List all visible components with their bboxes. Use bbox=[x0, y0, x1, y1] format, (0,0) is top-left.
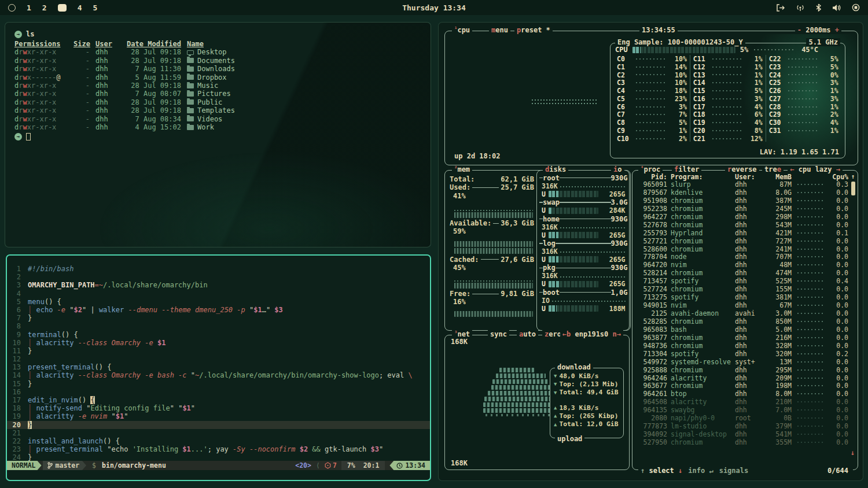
cpu-box-title[interactable]: ¹cpu bbox=[452, 26, 472, 34]
workspace-1[interactable]: 1 bbox=[27, 3, 31, 12]
diagnostics-count[interactable]: 7 bbox=[325, 461, 337, 470]
code-line[interactable]: 20} bbox=[7, 421, 430, 429]
process-row[interactable]: 527678chromiumdhh543M0.0 bbox=[637, 221, 848, 229]
code-line[interactable]: 4 bbox=[7, 290, 430, 298]
workspace-5[interactable]: 5 bbox=[93, 3, 97, 12]
process-row[interactable]: 951908chromiumdhh387M0.0 bbox=[637, 197, 848, 205]
process-row[interactable]: 964261btopdhh8.0M0.0 bbox=[637, 390, 848, 398]
code-line[interactable]: 2 bbox=[7, 273, 430, 281]
io-mode-button[interactable]: io bbox=[611, 165, 624, 173]
scrollbar-thumb[interactable] bbox=[851, 182, 855, 195]
process-row[interactable]: 528214chromiumdhh474M0.0 bbox=[637, 269, 848, 277]
code-line[interactable]: 21 bbox=[7, 429, 430, 437]
net-sync-button[interactable]: sync bbox=[488, 330, 509, 338]
btop-monitor-window[interactable]: ¹cpu menu preset * 13:34:55 - 2000ms + u… bbox=[438, 22, 863, 481]
info-hint[interactable]: info ↵ bbox=[688, 467, 713, 475]
sort-column-switcher[interactable]: ← cpu lazy → bbox=[788, 165, 843, 173]
process-row[interactable]: 964720nvimdhh48M0.0 bbox=[637, 261, 848, 269]
update-interval-control[interactable]: - 2000ms + bbox=[795, 26, 841, 34]
tree-button[interactable]: tree bbox=[762, 165, 784, 173]
diagnostic-icon bbox=[325, 462, 331, 469]
nvim-editor-window[interactable]: 1#!/bin/bash23OMARCHY_BIN_PATH=~/.local/… bbox=[6, 254, 431, 481]
code-line[interactable]: 12 bbox=[7, 355, 430, 363]
network-icon[interactable] bbox=[796, 4, 805, 12]
process-row[interactable]: 527724chromiumdhh155M0.0 bbox=[637, 285, 848, 293]
process-row[interactable]: 527721chromiumdhh727M0.0 bbox=[637, 237, 848, 245]
process-row[interactable]: 963677chromiumdhh198M0.0 bbox=[637, 382, 848, 390]
process-row[interactable]: 949015nvimdhh67M0.0 bbox=[637, 301, 848, 309]
code-line[interactable]: 22install_and_launch() { bbox=[7, 437, 430, 445]
git-branch-segment[interactable]: master bbox=[43, 461, 87, 470]
code-line[interactable]: 8 bbox=[7, 322, 430, 330]
code-line[interactable]: 15} bbox=[7, 380, 430, 388]
process-row[interactable]: 964135swaybgdhh7.0M0.0 bbox=[637, 406, 848, 414]
process-row[interactable]: 965091slurpdhh87M0.3 bbox=[637, 180, 848, 188]
signals-hint[interactable]: signals bbox=[719, 467, 749, 475]
code-line[interactable]: 11} bbox=[7, 347, 430, 355]
process-row[interactable]: 527950chromiumdhh355M0.0 bbox=[637, 438, 848, 446]
process-row[interactable]: 964508alacrittydhh210M0.0 bbox=[637, 398, 848, 406]
code-line[interactable]: 1#!/bin/bash bbox=[7, 265, 430, 273]
process-table[interactable]: 965091slurpdhh87M0.3879567kdenlivedhh8.0… bbox=[632, 180, 858, 446]
net-interface-switcher[interactable]: ←b enp191s0 n→ bbox=[560, 330, 623, 338]
menu-button[interactable]: menu bbox=[489, 26, 510, 34]
process-row[interactable]: 925888chromiumdhh295M0.0 bbox=[637, 366, 848, 374]
screen-record-icon[interactable] bbox=[852, 3, 860, 12]
code-line[interactable]: 6│ echo -e "$2" | walker --dmenu --theme… bbox=[7, 306, 430, 314]
code-line[interactable]: 5menu() { bbox=[7, 298, 430, 306]
code-line[interactable]: 10│ alacritty --class Omarchy -e $1 bbox=[7, 339, 430, 347]
terminal-cursor[interactable] bbox=[26, 133, 31, 141]
process-row[interactable]: 713457spotifydhh525M0.4 bbox=[637, 277, 848, 285]
process-row[interactable]: 965083bashdhh5.0M0.0 bbox=[637, 326, 848, 334]
code-line[interactable]: 14│ alacritty --class Omarchy -e bash -c… bbox=[7, 371, 430, 379]
volume-icon[interactable] bbox=[832, 4, 841, 12]
workspace-4[interactable]: 4 bbox=[78, 3, 82, 12]
mem-box-title[interactable]: ²mem bbox=[452, 165, 472, 173]
process-row[interactable]: 948736chromiumdhh328M0.0 bbox=[637, 342, 848, 350]
process-row[interactable]: 528285chromiumdhh850M0.0 bbox=[637, 317, 848, 326]
reverse-button[interactable]: reverse bbox=[725, 165, 759, 173]
process-row[interactable]: 2080napi/phy0-0root0B0.0 bbox=[637, 414, 848, 422]
proc-scrollbar[interactable]: ↑ bbox=[850, 173, 856, 195]
process-row[interactable]: 394092signal-desktopdhh541M0.0 bbox=[637, 430, 848, 438]
code-line[interactable]: 23│ present_terminal "echo 'Installing $… bbox=[7, 445, 430, 453]
disks-title[interactable]: disks bbox=[543, 165, 568, 173]
process-row[interactable]: 952238chromiumdhh245M0.0 bbox=[637, 205, 848, 213]
omarchy-logo-icon[interactable] bbox=[8, 4, 16, 12]
core-usage-row: C194% bbox=[693, 119, 763, 127]
core-usage-row: C523% bbox=[617, 95, 687, 103]
code-line[interactable]: 16 bbox=[7, 388, 430, 396]
scroll-up-arrow[interactable]: ↑ bbox=[850, 173, 856, 180]
process-row[interactable]: 713275spotifydhh381M0.0 bbox=[637, 293, 848, 301]
bluetooth-icon[interactable] bbox=[816, 3, 821, 12]
scroll-down-arrow[interactable]: ↓ bbox=[851, 449, 855, 457]
workspace-2[interactable]: 2 bbox=[42, 3, 47, 12]
process-row[interactable]: 255793Hyprlanddhh421M0.1 bbox=[637, 229, 848, 237]
code-line[interactable]: 9terminal() { bbox=[7, 331, 430, 339]
process-row[interactable]: 964227chromiumdhh298M0.0 bbox=[637, 213, 848, 221]
process-row[interactable]: 963877chromiumdhh216M0.0 bbox=[637, 334, 848, 342]
process-row[interactable]: 528600chromiumdhh241M0.0 bbox=[637, 245, 848, 253]
process-row[interactable]: 713304spotifydhh320M0.2 bbox=[637, 350, 848, 358]
code-line[interactable]: 19│ alacritty -e nvim "$1" bbox=[7, 412, 430, 420]
code-buffer[interactable]: 1#!/bin/bash23OMARCHY_BIN_PATH=~/.local/… bbox=[7, 265, 430, 462]
proc-box-title[interactable]: ⁴proc bbox=[638, 165, 663, 173]
logout-icon[interactable] bbox=[776, 4, 785, 12]
preset-button[interactable]: preset * bbox=[514, 26, 553, 34]
net-box-title[interactable]: ³net bbox=[452, 330, 472, 338]
code-line[interactable]: 13present_terminal() { bbox=[7, 363, 430, 371]
process-row[interactable]: 778704nodedhh707M0.0 bbox=[637, 253, 848, 261]
code-line[interactable]: 3OMARCHY_BIN_PATH=~/.local/share/omarchy… bbox=[7, 281, 430, 289]
process-row[interactable]: 2125avahi-daemonavahi3.0M0.0 bbox=[637, 309, 848, 317]
process-row[interactable]: 549972systemd-resolvesyst+13M0.0 bbox=[637, 358, 848, 366]
net-auto-button[interactable]: auto bbox=[517, 330, 538, 338]
filter-button[interactable]: filter bbox=[672, 165, 701, 173]
workspace-3-active[interactable] bbox=[58, 4, 67, 12]
process-row[interactable]: 777873lm-studiodhh379M0.0 bbox=[637, 422, 848, 430]
process-row[interactable]: 879567kdenlivedhh8.0G0.0 bbox=[637, 188, 848, 197]
code-line[interactable]: 7} bbox=[7, 314, 430, 322]
process-row[interactable]: 964246alacrittydhh209M0.0 bbox=[637, 374, 848, 382]
code-line[interactable]: 18│ notify-send "Editing config file" "$… bbox=[7, 404, 430, 412]
code-line[interactable]: 17edit_in_nvim() { bbox=[7, 396, 430, 404]
terminal-window-ls[interactable]: → ls PermissionsSizeUserDate ModifiedNam… bbox=[5, 22, 431, 247]
